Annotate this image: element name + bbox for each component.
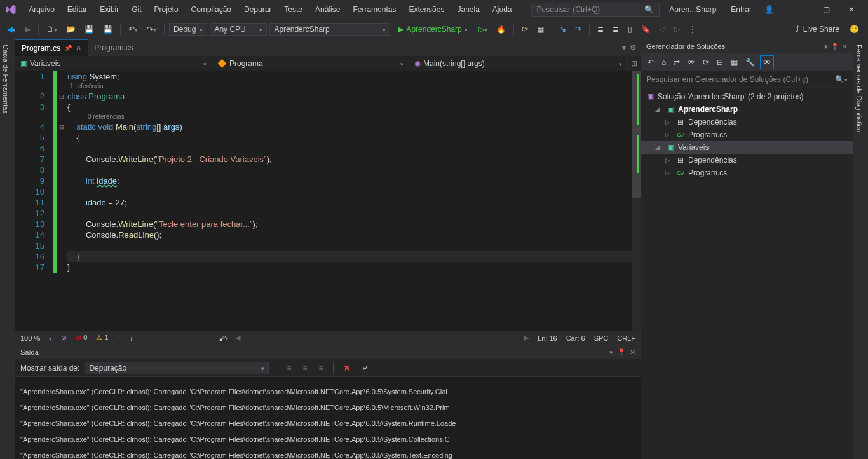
- solution-search[interactable]: Pesquisar em Gerenciador de Soluções (Ct…: [641, 71, 853, 88]
- startup-project-dropdown[interactable]: AprendercSharp: [269, 23, 390, 36]
- uncomment-button[interactable]: 🔖: [638, 23, 654, 36]
- column-indicator[interactable]: Car: 6: [566, 334, 585, 342]
- browser-link-button[interactable]: ⟳: [519, 23, 531, 36]
- comment-button[interactable]: ▯: [625, 23, 635, 36]
- output-tool-2[interactable]: ≡: [299, 362, 310, 374]
- toggle-icon[interactable]: ⇄: [671, 56, 682, 69]
- menu-compilacao[interactable]: Compilação: [185, 2, 238, 17]
- menu-depurar[interactable]: Depurar: [238, 2, 278, 17]
- show-all-icon[interactable]: ▦: [728, 56, 740, 69]
- sync-icon[interactable]: 👁: [685, 56, 698, 69]
- tree-solution-root[interactable]: ▣ Solução 'AprendercSharp' (2 de 2 proje…: [641, 90, 853, 103]
- panel-close-icon[interactable]: ✕: [842, 43, 848, 51]
- error-count[interactable]: ⊗ 0: [76, 334, 87, 342]
- menu-exibir[interactable]: Exibir: [93, 2, 125, 17]
- warning-count[interactable]: ⚠ 1: [96, 334, 108, 342]
- toolbar-options[interactable]: ⋮: [686, 23, 700, 36]
- configuration-dropdown[interactable]: Debug: [169, 23, 207, 36]
- start-debugging-button[interactable]: ▶ AprendercSharp: [393, 24, 472, 35]
- properties-icon[interactable]: 🔧: [743, 56, 757, 69]
- collapse-icon[interactable]: ⊟: [714, 56, 726, 69]
- indent-button[interactable]: ≣: [609, 23, 622, 36]
- tree-project-1[interactable]: ◢ ▣ AprendercSharp: [641, 103, 853, 116]
- solution-tree[interactable]: ▣ Solução 'AprendercSharp' (2 de 2 proje…: [641, 88, 853, 459]
- close-tab-icon[interactable]: ✕: [76, 44, 81, 52]
- outdent-button[interactable]: ≣: [594, 23, 607, 36]
- expander-icon[interactable]: ▷: [665, 119, 673, 125]
- save-all-button[interactable]: 💾: [100, 23, 116, 36]
- open-button[interactable]: 📂: [63, 23, 79, 36]
- step-into-button[interactable]: ↘: [557, 23, 569, 36]
- vertical-scrollbar[interactable]: [632, 71, 641, 331]
- expander-icon[interactable]: ▷: [665, 132, 673, 138]
- back-button[interactable]: ◀: [4, 23, 19, 36]
- scroll-right-icon[interactable]: ▶: [524, 334, 529, 342]
- line-indicator[interactable]: Ln: 16: [538, 334, 557, 342]
- output-pin-icon[interactable]: 📍: [617, 348, 626, 357]
- tree-file-program-2[interactable]: ▷ C# Program.cs: [641, 167, 853, 179]
- output-source-dropdown[interactable]: Depuração: [85, 362, 269, 374]
- menu-janela[interactable]: Janela: [451, 2, 485, 17]
- diagnostics-sidebar-tab[interactable]: Ferramentas de Diagnóstico: [853, 39, 868, 459]
- output-close-icon[interactable]: ✕: [630, 348, 635, 357]
- search-box[interactable]: Pesquisar (Ctrl+Q) 🔍: [531, 3, 660, 17]
- new-project-button[interactable]: 🗋: [43, 23, 60, 36]
- codelens-references[interactable]: 0 referências: [67, 113, 641, 121]
- nav-button-2[interactable]: ▷: [671, 23, 683, 36]
- redo-button[interactable]: ↷: [144, 23, 159, 36]
- output-clear-button[interactable]: ✖: [341, 362, 353, 374]
- tree-file-program-1[interactable]: ▷ C# Program.cs: [641, 128, 853, 141]
- sign-in-button[interactable]: Entrar: [726, 3, 757, 17]
- output-dropdown-icon[interactable]: ▾: [609, 348, 613, 357]
- scope-project-dropdown[interactable]: ▣Variaveis: [15, 58, 212, 69]
- output-tool-1[interactable]: ≡: [283, 362, 294, 374]
- tab-program-cs-2[interactable]: Program.cs: [88, 39, 139, 56]
- preview-icon[interactable]: 👁: [760, 55, 774, 69]
- tree-dependencies-1[interactable]: ▷ ⊞ Dependências: [641, 116, 853, 128]
- code-content[interactable]: using System; 1 referência class Program…: [66, 71, 641, 331]
- feedback-button[interactable]: 🙂: [850, 25, 859, 34]
- refresh-icon[interactable]: ⟳: [700, 56, 712, 69]
- fold-column[interactable]: ⊟⊟: [57, 71, 66, 331]
- close-button[interactable]: ✕: [839, 0, 864, 19]
- menu-ajuda[interactable]: Ajuda: [486, 2, 519, 17]
- menu-git[interactable]: Git: [125, 2, 147, 17]
- brush-icon[interactable]: 🖌: [219, 334, 229, 342]
- output-body[interactable]: "AprendercSharp.exe" (CoreCLR: clrhost):…: [15, 377, 641, 459]
- menu-ferramentas[interactable]: Ferramentas: [346, 2, 402, 17]
- undo-button[interactable]: ↶: [125, 23, 141, 36]
- no-issues-icon[interactable]: ⊘: [61, 334, 67, 342]
- live-share-button[interactable]: Live Share: [803, 25, 839, 34]
- step-over-button[interactable]: ↷: [572, 23, 585, 36]
- home-icon[interactable]: ⌂: [659, 56, 668, 69]
- forward-button[interactable]: ▶: [22, 23, 34, 36]
- expander-icon[interactable]: ▷: [665, 170, 673, 176]
- start-without-debug-button[interactable]: ▷: [475, 23, 491, 36]
- back-icon[interactable]: ↶: [645, 56, 656, 69]
- maximize-button[interactable]: ▢: [813, 0, 839, 19]
- expander-icon[interactable]: ◢: [655, 144, 663, 151]
- menu-projeto[interactable]: Projeto: [148, 2, 185, 17]
- nav-next-icon[interactable]: ↓: [130, 334, 133, 342]
- codelens-references[interactable]: 1 referência: [67, 82, 641, 91]
- code-editor[interactable]: 1 23 4567891011121314151617 ⊟⊟ using Sys…: [15, 71, 641, 331]
- expander-icon[interactable]: ▷: [665, 157, 673, 163]
- expander-icon[interactable]: ◢: [655, 106, 663, 113]
- nav-button-1[interactable]: ◁: [656, 23, 668, 36]
- output-tool-3[interactable]: ≡: [315, 362, 326, 374]
- menu-teste[interactable]: Teste: [278, 2, 309, 17]
- nav-prev-icon[interactable]: ↑: [118, 334, 121, 342]
- menu-extensoes[interactable]: Extensões: [402, 2, 451, 17]
- menu-arquivo[interactable]: Arquivo: [22, 2, 61, 17]
- tab-dropdown-icon[interactable]: ▾: [622, 43, 626, 52]
- scroll-left-icon[interactable]: ◀: [235, 334, 240, 342]
- tab-program-cs-active[interactable]: Program.cs 📌 ✕: [15, 39, 88, 56]
- panel-dropdown-icon[interactable]: ▾: [824, 43, 828, 51]
- menu-analise[interactable]: Análise: [309, 2, 346, 17]
- toolbox-sidebar-tab[interactable]: Caixa de Ferramentas: [0, 39, 15, 459]
- indent-mode[interactable]: SPC: [594, 334, 609, 342]
- output-wrap-button[interactable]: ⤶: [358, 362, 371, 374]
- zoom-level[interactable]: 100 %: [20, 334, 40, 342]
- scope-method-dropdown[interactable]: ◉Main(string[] args): [409, 58, 628, 69]
- line-ending[interactable]: CRLF: [617, 334, 635, 342]
